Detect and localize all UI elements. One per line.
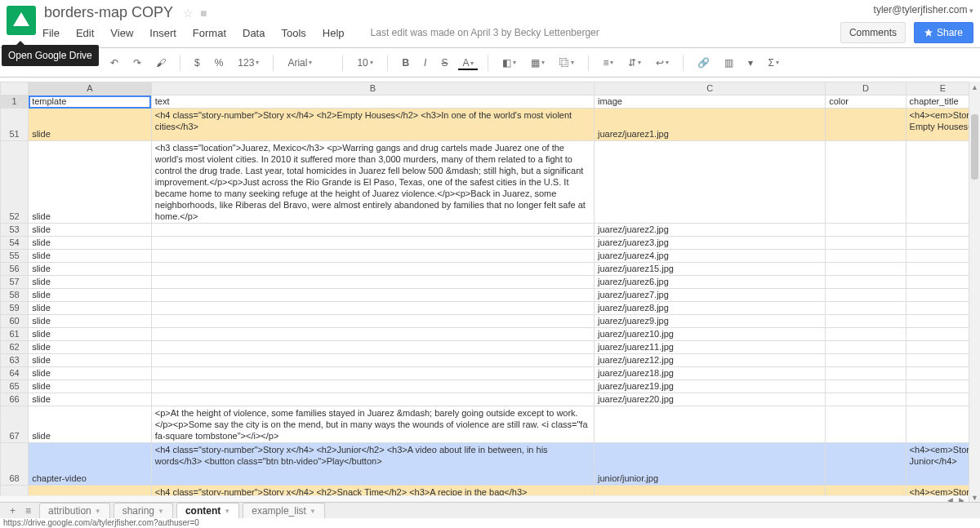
cell-C63[interactable]: juarez/juarez12.jpg: [595, 354, 826, 367]
cell-A53[interactable]: slide: [29, 224, 152, 237]
borders-icon[interactable]: ▦: [527, 55, 549, 71]
share-button[interactable]: Share: [914, 22, 973, 43]
menu-insert[interactable]: Insert: [149, 27, 176, 39]
row-52-header[interactable]: 52: [1, 141, 29, 224]
col-C-header[interactable]: C: [595, 82, 826, 95]
cell-A59[interactable]: slide: [29, 302, 152, 315]
cell-A51[interactable]: slide: [29, 109, 152, 141]
row-55-header[interactable]: 55: [1, 250, 29, 263]
col-B-header[interactable]: B: [151, 82, 594, 95]
cell-A66[interactable]: slide: [29, 393, 152, 406]
cell-D51[interactable]: [826, 109, 906, 141]
row-58-header[interactable]: 58: [1, 289, 29, 302]
insert-link-icon[interactable]: 🔗: [693, 55, 714, 71]
menu-view[interactable]: View: [110, 27, 133, 39]
font-family[interactable]: Arial: [283, 55, 332, 71]
col-D-header[interactable]: D: [826, 82, 906, 95]
paint-format-icon[interactable]: 🖌: [152, 55, 170, 71]
tab-example-list[interactable]: example_list▼: [243, 503, 325, 518]
row-51-header[interactable]: 51: [1, 109, 29, 141]
halign-icon[interactable]: ≡: [599, 55, 617, 71]
cell-C58[interactable]: juarez/juarez7.jpg: [595, 289, 826, 302]
menu-data[interactable]: Data: [243, 27, 265, 39]
menu-file[interactable]: File: [42, 27, 60, 39]
cell-B53[interactable]: [151, 224, 594, 237]
cell-A68[interactable]: chapter-video: [29, 443, 152, 486]
cell-A62[interactable]: slide: [29, 341, 152, 354]
row-57-header[interactable]: 57: [1, 276, 29, 289]
tab-attribution[interactable]: attribution▼: [39, 503, 110, 518]
cell-C61[interactable]: juarez/juarez10.jpg: [595, 328, 826, 341]
row-65-header[interactable]: 65: [1, 380, 29, 393]
cell-A60[interactable]: slide: [29, 315, 152, 328]
cell-B67[interactable]: <p>At the height of violence, some famil…: [151, 406, 594, 443]
cell-A65[interactable]: slide: [29, 380, 152, 393]
cell-C52[interactable]: [595, 141, 826, 224]
comments-button[interactable]: Comments: [840, 22, 906, 43]
all-sheets-button[interactable]: ≡: [20, 504, 36, 518]
cell-C51[interactable]: juarez/juarez1.jpg: [595, 109, 826, 141]
cell-A52[interactable]: slide: [29, 141, 152, 224]
cell-C57[interactable]: juarez/juarez6.jpg: [595, 276, 826, 289]
row-64-header[interactable]: 64: [1, 367, 29, 380]
format-more[interactable]: 123: [234, 55, 263, 71]
row-63-header[interactable]: 63: [1, 354, 29, 367]
cell-A67[interactable]: slide: [29, 406, 152, 443]
merge-icon[interactable]: ⿻: [555, 55, 578, 71]
valign-icon[interactable]: ⇵: [624, 55, 645, 71]
folder-icon[interactable]: ■: [200, 7, 207, 20]
row-62-header[interactable]: 62: [1, 341, 29, 354]
cell-B68[interactable]: <h4 class="story-number">Story x</h4> <h…: [151, 443, 594, 486]
menu-edit[interactable]: Edit: [76, 27, 94, 39]
cell-C1[interactable]: image: [595, 95, 826, 109]
wrap-icon[interactable]: ↩: [652, 55, 673, 71]
cell-C54[interactable]: juarez/juarez3.jpg: [595, 237, 826, 250]
cell-A54[interactable]: slide: [29, 237, 152, 250]
spreadsheet-grid[interactable]: A B C D E 1 template text image color ch…: [0, 82, 980, 504]
col-A-header[interactable]: A: [29, 82, 152, 95]
cell-C66[interactable]: juarez/juarez20.jpg: [595, 393, 826, 406]
cell-B52[interactable]: <h3 class="location">Juarez, Mexico</h3>…: [151, 141, 594, 224]
cell-A58[interactable]: slide: [29, 289, 152, 302]
filter-icon[interactable]: ▾: [744, 55, 757, 71]
font-size[interactable]: 10: [353, 55, 377, 71]
functions-icon[interactable]: Σ: [764, 55, 782, 71]
document-title[interactable]: borders-map COPY: [44, 4, 173, 21]
star-icon[interactable]: ☆: [183, 7, 194, 20]
row-56-header[interactable]: 56: [1, 263, 29, 276]
row-60-header[interactable]: 60: [1, 315, 29, 328]
cell-A56[interactable]: slide: [29, 263, 152, 276]
row-1-header[interactable]: 1: [1, 95, 29, 109]
cell-D1[interactable]: color: [826, 95, 906, 109]
row-66-header[interactable]: 66: [1, 393, 29, 406]
strike-button[interactable]: S: [437, 55, 452, 71]
cell-C56[interactable]: juarez/juarez15.jpg: [595, 263, 826, 276]
row-61-header[interactable]: 61: [1, 328, 29, 341]
cell-A57[interactable]: slide: [29, 276, 152, 289]
cell-C60[interactable]: juarez/juarez9.jpg: [595, 315, 826, 328]
select-all[interactable]: [1, 82, 29, 95]
cell-C65[interactable]: juarez/juarez19.jpg: [595, 380, 826, 393]
scroll-up-icon[interactable]: ▲: [969, 82, 980, 93]
row-59-header[interactable]: 59: [1, 302, 29, 315]
menu-help[interactable]: Help: [323, 27, 345, 39]
row-68-header[interactable]: 68: [1, 443, 29, 486]
insert-chart-icon[interactable]: ▥: [720, 55, 737, 71]
bold-button[interactable]: B: [398, 55, 413, 71]
fill-color-icon[interactable]: ◧: [498, 55, 520, 71]
cell-A55[interactable]: slide: [29, 250, 152, 263]
undo-icon[interactable]: ↶: [106, 55, 122, 71]
cell-B1[interactable]: text: [151, 95, 594, 109]
redo-icon[interactable]: ↷: [129, 55, 145, 71]
italic-button[interactable]: I: [420, 55, 430, 71]
row-53-header[interactable]: 53: [1, 224, 29, 237]
cell-C64[interactable]: juarez/juarez18.jpg: [595, 367, 826, 380]
text-color[interactable]: A: [458, 55, 478, 70]
user-menu[interactable]: tyler@tylerjfisher.com: [874, 4, 973, 16]
cell-C62[interactable]: juarez/juarez11.jpg: [595, 341, 826, 354]
cell-B51[interactable]: <h4 class="story-number">Story x</h4> <h…: [151, 109, 594, 141]
row-54-header[interactable]: 54: [1, 237, 29, 250]
tab-content[interactable]: content▼: [176, 503, 239, 518]
vertical-scrollbar[interactable]: ▲ ▼: [969, 82, 980, 504]
cell-A1[interactable]: template: [29, 95, 152, 109]
